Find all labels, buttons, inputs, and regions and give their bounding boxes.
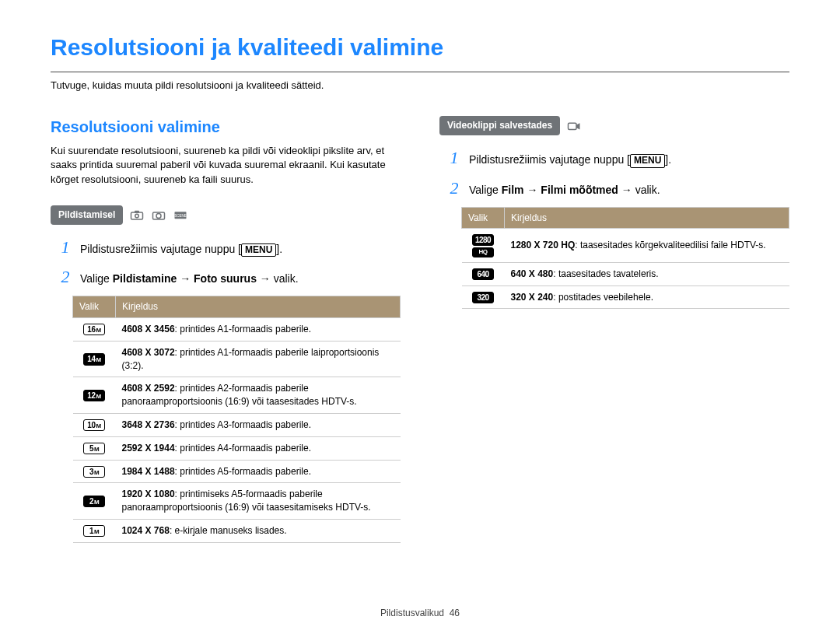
step1-post: ].: [276, 243, 282, 255]
step-2: 2 Valige Pildistamine → Foto suurus → va…: [58, 265, 401, 289]
svg-rect-7: [569, 123, 577, 129]
desc-cell: 1280 X 720 HQ: taasesitades kõrgekvalite…: [505, 229, 789, 262]
footer: Pildistusvalikud 46: [0, 607, 840, 620]
option-cell: 10M: [73, 413, 116, 436]
mode-pill-video: Videoklippi salvestades: [439, 116, 560, 135]
table-row: 12M 4608 X 2592: printides A2-formaadis …: [73, 377, 401, 414]
step-number: 1: [447, 146, 461, 170]
th-option: Valik: [462, 207, 505, 229]
table-row: 5M 2592 X 1944: printides A4-formaadis p…: [73, 436, 401, 460]
mode-pill-photo: Pildistamisel: [51, 205, 123, 225]
menu-button-label: MENU: [630, 154, 665, 168]
page-title: Resolutsiooni ja kvaliteedi valimine: [51, 31, 789, 64]
t: →: [177, 272, 194, 285]
resolution-badge-icon: 5M: [83, 443, 105, 454]
option-cell: 16M: [73, 317, 116, 341]
table-row: 1M 1024 X 768: e-kirjale manuseks lisade…: [73, 519, 401, 542]
video-resolution-table: Valik Kirjeldus 1280 HQ 1280 X 720 HQ: t…: [461, 207, 789, 310]
svg-point-4: [156, 214, 161, 219]
camera-icon: [151, 208, 166, 221]
t: Foto suurus: [194, 272, 257, 285]
t: Filmi mõõtmed: [541, 184, 618, 196]
t: Valige: [469, 184, 502, 196]
table-row: 16M 4608 X 3456: printides A1-formaadis …: [73, 317, 401, 341]
desc-cell: 4608 X 3456: printides A1-formaadis pabe…: [116, 317, 401, 341]
resolution-badge-icon: 1M: [83, 525, 105, 537]
step-text: Valige Film → Filmi mõõtmed → valik.: [469, 183, 660, 198]
footer-page: 46: [450, 608, 460, 618]
svg-point-1: [135, 214, 139, 218]
photo-resolution-table: Valik Kirjeldus 16M 4608 X 3456: printid…: [72, 296, 401, 543]
desc-cell: 1984 X 1488: printides A5-formaadis pabe…: [116, 460, 401, 483]
step-number: 2: [58, 265, 72, 289]
right-column: Videoklippi salvestades 1 Pildistusrežii…: [439, 116, 789, 543]
option-cell: 1M: [73, 519, 116, 542]
resolution-badge-icon: 1280: [472, 234, 494, 246]
resolution-badge-icon: 10M: [83, 419, 105, 431]
t: →: [524, 184, 541, 196]
option-cell: 640: [462, 262, 505, 285]
th-desc: Kirjeldus: [505, 207, 789, 229]
step-text: Pildistusrežiimis vajutage nuppu [MENU].: [80, 242, 282, 257]
smart-icon: [129, 208, 145, 221]
desc-cell: 4608 X 3072: printides A1-formaadis pabe…: [116, 341, 401, 377]
table-row: 10M 3648 X 2736: printides A3-formaadis …: [73, 413, 401, 436]
step-text: Valige Pildistamine → Foto suurus → vali…: [80, 271, 299, 287]
resolution-badge-icon: 3M: [83, 466, 105, 478]
t: → valik.: [618, 184, 660, 196]
svg-rect-2: [135, 211, 139, 213]
scene-icon: SCENE: [173, 208, 188, 221]
desc-cell: 640 X 480: taasesitades tavateleris.: [505, 262, 789, 285]
step-1: 1 Pildistusrežiimis vajutage nuppu [MENU…: [447, 146, 789, 170]
t: Pildistusrežiimis vajutage nuppu [: [469, 153, 630, 166]
resolution-badge-icon: 12M: [83, 390, 105, 401]
footer-section: Pildistusvalikud: [380, 608, 444, 618]
table-row: 320 320 X 240: postitades veebilehele.: [462, 285, 789, 309]
t: Film: [502, 184, 524, 196]
left-column: Resolutsiooni valimine Kui suurendate re…: [51, 116, 401, 543]
table-row: 3M 1984 X 1488: printides A5-formaadis p…: [73, 460, 401, 483]
table-row: 640 640 X 480: taasesitades tavateleris.: [462, 262, 789, 285]
option-cell: 320: [462, 285, 505, 309]
option-cell: 5M: [73, 436, 116, 460]
hq-badge-icon: HQ: [472, 247, 494, 257]
step1-pre: Pildistusrežiimis vajutage nuppu [: [80, 243, 241, 255]
desc-cell: 2592 X 1944: printides A4-formaadis pabe…: [116, 436, 401, 460]
desc-cell: 320 X 240: postitades veebilehele.: [505, 285, 789, 309]
step-2: 2 Valige Film → Filmi mõõtmed → valik.: [447, 177, 789, 201]
section-title: Resolutsiooni valimine: [51, 116, 401, 138]
video-icon: [566, 120, 582, 132]
desc-cell: 3648 X 2736: printides A3-formaadis pabe…: [116, 413, 401, 436]
option-cell: 2M: [73, 483, 116, 520]
table-row: 1280 HQ 1280 X 720 HQ: taasesitades kõrg…: [462, 229, 789, 262]
resolution-badge-icon: 16M: [83, 324, 105, 335]
step-1: 1 Pildistusrežiimis vajutage nuppu [MENU…: [58, 236, 401, 260]
step-number: 2: [447, 177, 461, 201]
option-cell: 1280 HQ: [462, 229, 505, 262]
resolution-badge-icon: 2M: [83, 496, 105, 507]
option-cell: 3M: [73, 460, 116, 483]
step-text: Pildistusrežiimis vajutage nuppu [MENU].: [469, 152, 671, 168]
table-row: 14M 4608 X 3072: printides A1-formaadis …: [73, 341, 401, 377]
t: → valik.: [257, 272, 299, 285]
menu-button-label: MENU: [241, 243, 276, 257]
mode-row: Pildistamisel SCENE: [51, 205, 188, 225]
step-number: 1: [58, 236, 72, 260]
svg-text:SCENE: SCENE: [175, 214, 187, 218]
t: ].: [665, 153, 671, 166]
resolution-badge-icon: 640: [472, 268, 494, 280]
intro-text: Tutvuge, kuidas muuta pildi resolutsioon…: [51, 72, 789, 93]
desc-cell: 1920 X 1080: printimiseks A5-formaadis p…: [116, 483, 401, 520]
th-option: Valik: [73, 296, 116, 318]
desc-cell: 4608 X 2592: printides A2-formaadis pabe…: [116, 377, 401, 414]
desc-cell: 1024 X 768: e-kirjale manuseks lisades.: [116, 519, 401, 542]
mode-row: Videoklippi salvestades: [439, 116, 582, 135]
option-cell: 14M: [73, 341, 116, 377]
option-cell: 12M: [73, 377, 116, 414]
resolution-badge-icon: 14M: [83, 353, 105, 365]
t: Valige: [80, 272, 113, 285]
resolution-badge-icon: 320: [472, 292, 494, 303]
svg-rect-0: [131, 212, 143, 219]
section-body: Kui suurendate resolutsiooni, suureneb k…: [51, 144, 401, 187]
table-row: 2M 1920 X 1080: printimiseks A5-formaadi…: [73, 483, 401, 520]
